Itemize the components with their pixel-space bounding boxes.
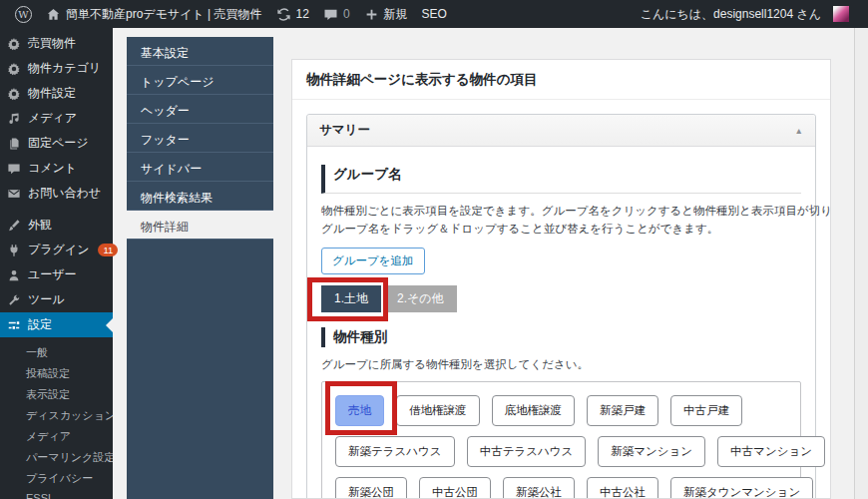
sidebar-menu-item[interactable]: 外観: [0, 213, 113, 238]
property-type-label: 新築マンション: [611, 445, 692, 457]
sidebar-menu-item[interactable]: メディア: [0, 106, 113, 131]
settings-nav-label: トップページ: [141, 75, 214, 89]
menu-icon: [7, 244, 21, 257]
menu-icon: [7, 293, 21, 307]
property-type-label: 新築公社: [516, 486, 562, 498]
scrollbar-track[interactable]: [854, 28, 868, 499]
property-type-button[interactable]: 借地権譲渡: [396, 395, 480, 426]
settings-nav-item[interactable]: 物件検索結果: [127, 182, 273, 211]
sidebar-menu-item[interactable]: ツール: [0, 287, 113, 312]
sidebar-submenu-item[interactable]: ディスカッション: [0, 404, 113, 425]
new-content-menu[interactable]: 新規: [357, 0, 415, 28]
sidebar-menu-item[interactable]: 物件カテゴリ: [0, 56, 113, 81]
property-type-label: 中古テラスハウス: [480, 445, 574, 457]
sidebar-menu-item[interactable]: 物件設定: [0, 81, 113, 106]
menu-icon: [7, 219, 21, 233]
property-type-button[interactable]: 売地: [335, 395, 384, 426]
sidebar-menu: 売買物件 物件カテゴリ 物件設定 メディア: [0, 31, 113, 337]
settings-nav-item[interactable]: サイドバー: [127, 153, 273, 182]
settings-nav-item[interactable]: ヘッダー: [127, 95, 273, 124]
sidebar-menu-item[interactable]: 固定ページ: [0, 131, 113, 156]
menu-icon: [7, 268, 21, 282]
settings-submenu: 一般 投稿設定 表示設定 ディスカッション メディア パーマリンク設定 プライバ…: [0, 337, 113, 499]
property-type-button[interactable]: 新築タウンマンション: [670, 477, 813, 499]
group-tab-label: 1.土地: [334, 291, 368, 305]
comments-menu[interactable]: 0: [316, 0, 357, 28]
property-type-label: 新築戸建: [600, 404, 646, 416]
avatar: [833, 6, 849, 22]
sidebar-menu-item[interactable]: プラグイン 11: [0, 238, 113, 262]
property-type-label: 底地権譲渡: [505, 404, 563, 416]
site-title: 簡単不動産proデモサイト | 売買物件: [66, 6, 262, 23]
settings-nav-item[interactable]: フッター: [127, 124, 273, 153]
property-type-button[interactable]: 新築公社: [503, 477, 575, 499]
sidebar-submenu-item[interactable]: 投稿設定: [0, 362, 113, 383]
sidebar-menu-item[interactable]: コメント: [0, 156, 113, 181]
property-type-button[interactable]: 新築テラスハウス: [335, 436, 455, 467]
sidebar-menu-item[interactable]: 設定: [0, 312, 113, 337]
group-name-heading: グループ名: [321, 165, 801, 194]
property-type-button[interactable]: 新築マンション: [598, 436, 705, 467]
sidebar-submenu-item[interactable]: 一般: [0, 341, 113, 362]
property-type-row: 売地 借地権譲渡 底地権譲渡: [335, 395, 787, 426]
add-group-button[interactable]: グループを追加: [321, 248, 425, 274]
sidebar-submenu-item[interactable]: プライバシー: [0, 467, 113, 488]
sidebar-submenu-item[interactable]: メディア: [0, 425, 113, 446]
property-type-button[interactable]: 中古公団: [419, 477, 491, 499]
property-type-label: 新築テラスハウス: [348, 445, 442, 457]
account-menu[interactable]: こんにちは、designsell1204 さん: [634, 0, 856, 28]
updates-menu[interactable]: 12: [269, 0, 316, 28]
menu-label: メディア: [28, 110, 77, 127]
property-type-button[interactable]: 中古公社: [587, 477, 658, 499]
menu-icon: [7, 112, 21, 126]
update-icon: [276, 7, 291, 22]
property-type-button[interactable]: 底地権譲渡: [492, 395, 576, 426]
sidebar-menu-item[interactable]: お問い合わせ: [0, 181, 113, 206]
seo-label: SEO: [422, 7, 447, 21]
settings-nav-label: サイドバー: [141, 162, 202, 176]
settings-nav-item[interactable]: 基本設定: [127, 37, 273, 66]
wordpress-logo-icon: W: [15, 6, 32, 23]
menu-label: 売買物件: [28, 35, 76, 52]
sidebar-menu-item[interactable]: ユーザー: [0, 262, 113, 287]
property-type-button[interactable]: 中古戸建: [670, 395, 742, 426]
comment-bubble-icon: [323, 7, 338, 22]
property-type-button[interactable]: 新築戸建: [587, 395, 658, 426]
summary-accordion-header[interactable]: サマリー ▲: [307, 115, 815, 147]
sidebar-menu-item[interactable]: 売買物件: [0, 31, 113, 56]
property-type-button[interactable]: 中古マンション: [717, 436, 825, 467]
sidebar-submenu-item[interactable]: ESSL: [0, 488, 113, 499]
menu-label: 物件カテゴリ: [28, 60, 101, 77]
menu-label: 外観: [28, 217, 52, 234]
site-name-menu[interactable]: 簡単不動産proデモサイト | 売買物件: [39, 0, 269, 28]
property-type-button[interactable]: 新築公団: [335, 477, 407, 499]
group-tab[interactable]: 2.その他: [384, 285, 457, 312]
home-icon: [46, 7, 61, 22]
settings-nav-item[interactable]: トップページ: [127, 66, 273, 95]
sidebar-submenu-item[interactable]: パーマリンク設定: [0, 446, 113, 467]
description-line: 物件種別ごとに表示項目を設定できます。グループ名をクリックすると物件種別と表示項…: [321, 203, 801, 221]
sidebar-submenu-item[interactable]: 表示設定: [0, 383, 113, 404]
content-body: サマリー ▲ グループ名 物件種別ごとに表示項目を設定できます。グループ名をクリ…: [292, 100, 830, 499]
main-content-panel: 物件詳細ページに表示する物件の項目 サマリー ▲ グループ名 物件種別ごとに表示…: [291, 59, 831, 499]
menu-icon: [7, 37, 21, 51]
property-type-heading: 物件種別: [321, 327, 801, 347]
property-type-row: 新築テラスハウス 中古テラスハウス 新築マンション: [335, 436, 787, 467]
group-tab[interactable]: 1.土地: [321, 285, 381, 312]
settings-nav-label: 物件検索結果: [141, 191, 213, 205]
page-title: 物件詳細ページに表示する物件の項目: [292, 60, 830, 100]
settings-nav-item[interactable]: 物件詳細: [127, 211, 273, 240]
menu-label: 設定: [28, 316, 52, 333]
menu-label: コメント: [28, 160, 77, 177]
property-type-button[interactable]: 中古テラスハウス: [467, 436, 587, 467]
seo-menu[interactable]: SEO: [415, 0, 454, 28]
summary-title: サマリー: [319, 122, 370, 139]
wordpress-logo-menu[interactable]: W: [8, 0, 39, 28]
menu-icon: [7, 318, 21, 332]
new-label: 新規: [384, 6, 408, 23]
settings-nav-label: ヘッダー: [141, 104, 190, 118]
plugin-update-badge: 11: [98, 244, 118, 256]
menu-icon: [7, 62, 21, 76]
admin-sidebar: 売買物件 物件カテゴリ 物件設定 メディア: [0, 28, 113, 499]
collapse-arrow-icon[interactable]: ▲: [795, 126, 803, 136]
